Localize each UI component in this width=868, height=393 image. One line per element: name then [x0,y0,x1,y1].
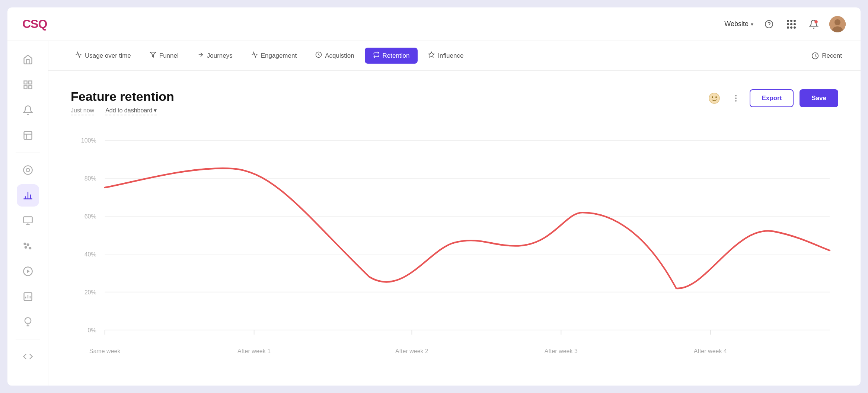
svg-marker-36 [429,52,434,57]
retention-icon [373,51,380,60]
svg-text:100%: 100% [81,137,96,144]
svg-point-23 [27,244,29,246]
sidebar-item-home[interactable] [17,48,39,71]
svg-rect-19 [23,217,32,223]
avatar[interactable] [829,16,846,32]
sidebar-item-play[interactable] [17,260,39,282]
svg-text:80%: 80% [84,175,96,182]
tab-engagement[interactable]: Engagement [243,48,305,64]
sidebar-divider [16,153,40,153]
sidebar-item-dashboard[interactable] [17,74,39,96]
sidebar-item-code[interactable] [17,345,39,368]
svg-text:After week 4: After week 4 [694,347,727,355]
svg-point-13 [23,166,32,174]
website-label: Website [724,20,749,28]
svg-text:After week 1: After week 1 [237,347,271,355]
sidebar-item-bar-chart[interactable] [17,184,39,207]
sidebar-item-layout[interactable] [17,124,39,147]
retention-chart: 100% 80% 60% 40% 20% 0% [71,127,838,367]
sidebar-item-notifications[interactable] [17,99,39,121]
svg-point-38 [709,93,719,103]
tab-usage-over-time[interactable]: Usage over time [67,48,139,64]
svg-point-4 [835,19,840,25]
svg-point-43 [735,100,737,102]
svg-text:After week 3: After week 3 [545,347,578,355]
chevron-down-icon: ▾ [751,21,753,27]
nav-bar: Usage over time Funnel [48,41,861,71]
svg-text:Same week: Same week [89,347,121,355]
svg-point-41 [735,95,737,96]
tab-retention[interactable]: Retention [365,48,418,64]
funnel-icon [150,51,156,60]
sidebar-item-donut[interactable] [17,159,39,181]
svg-point-24 [29,247,31,249]
add-to-dashboard-button[interactable]: Add to dashboard ▾ [105,107,157,115]
svg-point-22 [25,246,26,248]
journey-icon [197,51,204,60]
export-button[interactable]: Export [750,89,794,107]
chevron-down-icon: ▾ [154,107,157,114]
recent-label: Recent [822,52,842,60]
svg-point-25 [24,243,26,245]
chart-title: Feature retention [71,89,174,104]
help-button[interactable] [762,17,776,31]
sidebar-item-scatter[interactable] [17,235,39,257]
svg-rect-9 [24,86,27,89]
tab-influence[interactable]: Influence [420,48,472,64]
tab-funnel[interactable]: Funnel [141,48,187,64]
chart-area: Feature retention Just now Add to dashbo… [48,71,861,386]
sidebar [7,41,48,386]
svg-rect-8 [29,86,32,89]
notifications-button[interactable] [807,17,820,31]
sidebar-item-report[interactable] [17,285,39,308]
sidebar-divider-2 [16,339,40,339]
emoji-icon[interactable] [706,90,722,106]
svg-text:After week 2: After week 2 [395,347,428,355]
svg-rect-10 [24,132,32,140]
line-chart-icon [75,51,82,60]
acquisition-icon [315,51,322,60]
svg-text:20%: 20% [84,288,96,296]
tab-journeys[interactable]: Journeys [189,48,241,64]
svg-point-2 [814,20,818,23]
svg-point-39 [712,96,713,98]
sidebar-item-bulb[interactable] [17,311,39,333]
tab-acquisition[interactable]: Acquistion [307,48,362,64]
svg-text:40%: 40% [84,250,96,258]
svg-marker-34 [150,52,156,57]
svg-point-14 [26,168,29,172]
apps-grid-button[interactable] [785,17,798,31]
influence-icon [428,51,435,60]
logo: CSQ [22,17,47,31]
recent-button[interactable]: Recent [811,52,842,60]
svg-text:0%: 0% [88,326,96,334]
save-button[interactable]: Save [800,89,838,107]
website-selector[interactable]: Website ▾ [724,20,753,28]
nav-tabs: Usage over time Funnel [67,48,472,64]
svg-marker-27 [27,269,29,273]
more-options-button[interactable] [728,90,744,106]
sidebar-item-screen[interactable] [17,210,39,232]
svg-rect-6 [24,81,27,84]
svg-rect-7 [29,81,32,84]
svg-point-40 [715,96,717,98]
chart-timestamp: Just now [71,107,94,115]
engagement-icon [251,51,258,60]
svg-text:60%: 60% [84,213,96,220]
svg-point-42 [735,98,737,99]
